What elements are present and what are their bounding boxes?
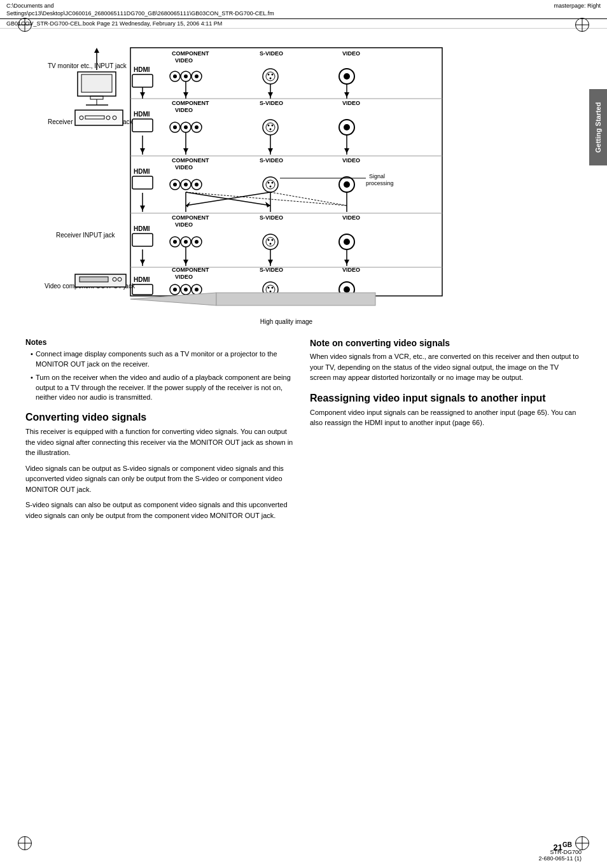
main-content: TV monitor etc., INPUT jack HDMI COMPONE… [0, 29, 607, 532]
svg-text:COMPONENT: COMPONENT [172, 214, 209, 221]
svg-text:S-VIDEO: S-VIDEO [260, 50, 283, 57]
svg-point-86 [268, 182, 270, 184]
svg-text:HDMI: HDMI [134, 168, 150, 175]
svg-text:COMPONENT: COMPONENT [172, 157, 209, 164]
svg-point-85 [266, 180, 275, 189]
header-filepath: C:\Documents and Settings\pc13\Desktop\J… [6, 3, 274, 17]
svg-point-22 [195, 74, 199, 78]
svg-point-26 [268, 74, 270, 76]
page-footer: STR-DG700 2-680-065-11 (1) [538, 849, 582, 862]
svg-rect-74 [132, 176, 153, 189]
svg-text:COMPONENT: COMPONENT [172, 50, 209, 57]
reassigning-title: Reassigning video input signals to anoth… [310, 393, 582, 404]
svg-text:HDMI: HDMI [134, 66, 150, 73]
svg-point-51 [173, 125, 177, 129]
svg-point-116 [195, 240, 199, 244]
svg-marker-133 [344, 260, 349, 265]
svg-point-80 [184, 183, 188, 186]
svg-text:COMPONENT: COMPONENT [172, 267, 209, 273]
svg-rect-108 [132, 234, 153, 246]
svg-point-25 [266, 72, 275, 81]
svg-point-20 [184, 74, 188, 78]
svg-point-114 [184, 240, 188, 244]
svg-text:S-VIDEO: S-VIDEO [260, 267, 283, 273]
svg-point-148 [195, 288, 199, 291]
svg-text:VIDEO: VIDEO [342, 50, 360, 57]
svg-point-144 [173, 288, 177, 291]
svg-point-91 [344, 181, 350, 188]
note-converting-body: When video signals from a VCR, etc., are… [310, 351, 582, 383]
page-header: C:\Documents and Settings\pc13\Desktop\J… [0, 0, 607, 19]
header-masterpage: masterpage: Right [554, 3, 601, 17]
svg-text:processing: processing [366, 180, 394, 186]
svg-text:COMPONENT: COMPONENT [172, 100, 209, 106]
svg-marker-37 [268, 92, 273, 97]
svg-rect-41 [75, 110, 123, 125]
svg-text:S-VIDEO: S-VIDEO [260, 157, 283, 164]
svg-text:S-VIDEO: S-VIDEO [260, 214, 283, 221]
svg-rect-159 [216, 293, 375, 305]
svg-point-31 [344, 73, 350, 80]
corner-mark-bl [18, 836, 32, 850]
text-content-area: Notes Connect image display components s… [25, 338, 582, 526]
svg-text:Receiver INPUT jack: Receiver INPUT jack [56, 232, 116, 239]
svg-point-59 [268, 125, 270, 127]
svg-point-120 [268, 239, 270, 241]
svg-point-57 [263, 120, 278, 135]
left-column: Notes Connect image display components s… [25, 338, 297, 526]
notes-title: Notes [25, 338, 297, 347]
svg-rect-7 [81, 74, 112, 92]
svg-point-58 [266, 123, 275, 132]
notes-section: Notes Connect image display components s… [25, 338, 297, 402]
svg-point-118 [263, 234, 278, 249]
svg-point-87 [272, 182, 274, 184]
svg-rect-14 [132, 74, 153, 87]
svg-marker-35 [183, 92, 188, 97]
converting-body-1: This receiver is equipped with a functio… [25, 426, 297, 458]
svg-text:S-VIDEO: S-VIDEO [260, 100, 283, 106]
svg-point-24 [263, 69, 278, 84]
converting-body-3: S-video signals can also be output as co… [25, 500, 297, 521]
svg-text:VIDEO: VIDEO [175, 107, 193, 113]
svg-line-99 [270, 192, 347, 206]
corner-mark-br [575, 836, 589, 850]
svg-point-64 [344, 124, 350, 130]
svg-point-88 [270, 186, 272, 188]
svg-text:TV monitor etc., INPUT jack: TV monitor etc., INPUT jack [48, 62, 127, 69]
note-converting-section: Note on converting video signals When vi… [310, 338, 582, 383]
svg-point-112 [173, 240, 177, 244]
svg-point-157 [344, 286, 350, 293]
converting-title: Converting video signals [25, 412, 297, 423]
svg-point-78 [173, 183, 177, 186]
svg-point-53 [184, 125, 188, 129]
svg-text:Signal: Signal [369, 173, 385, 179]
svg-marker-129 [183, 260, 188, 265]
svg-point-152 [268, 287, 270, 289]
svg-text:VIDEO: VIDEO [342, 267, 360, 273]
reassigning-section: Reassigning video input signals to anoth… [310, 393, 582, 428]
svg-point-154 [270, 291, 272, 293]
reassigning-body: Component video input signals can be rea… [310, 407, 582, 428]
svg-point-119 [266, 237, 275, 246]
svg-rect-47 [132, 119, 153, 132]
note-item-2: Turn on the receiver when the video and … [31, 373, 297, 402]
filepath-line: GB01COV_STR-DG700-CEL.book Page 21 Wedne… [0, 19, 607, 29]
svg-point-60 [272, 125, 274, 127]
svg-point-82 [195, 183, 199, 186]
connection-diagram: TV monitor etc., INPUT jack HDMI COMPONE… [45, 41, 490, 315]
svg-text:VIDEO: VIDEO [342, 157, 360, 164]
svg-marker-70 [268, 148, 273, 153]
svg-point-61 [270, 129, 272, 130]
svg-text:HDMI: HDMI [134, 225, 150, 232]
svg-marker-127 [140, 260, 145, 265]
svg-point-55 [195, 125, 199, 129]
svg-marker-39 [344, 92, 349, 97]
svg-marker-12 [94, 48, 99, 53]
svg-point-121 [272, 239, 274, 241]
svg-marker-33 [140, 92, 145, 97]
converting-section: Converting video signals This receiver i… [25, 412, 297, 521]
svg-text:VIDEO: VIDEO [175, 164, 193, 171]
right-column: Note on converting video signals When vi… [310, 338, 582, 526]
note-item-1: Connect image display components such as… [31, 349, 297, 369]
svg-rect-0 [130, 48, 442, 296]
